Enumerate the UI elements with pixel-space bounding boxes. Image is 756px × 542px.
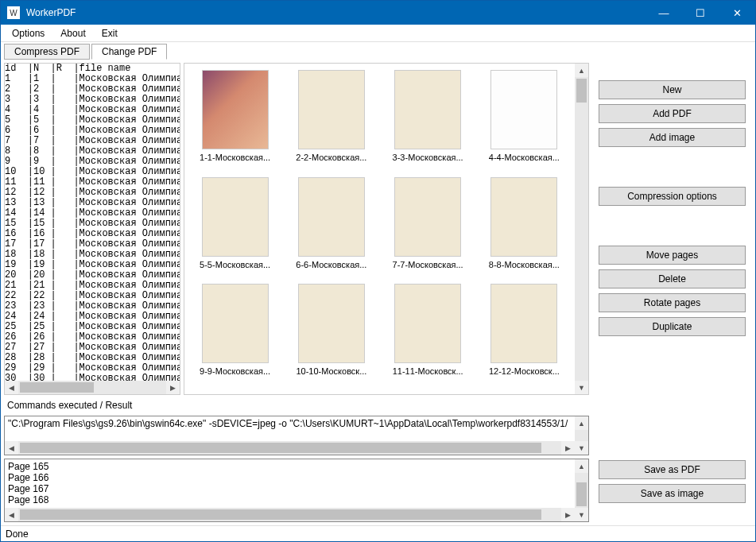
app-icon: W [7,6,20,19]
file-table[interactable]: id |N |R |file name 1 |1 | |Московская О… [5,64,180,381]
result-log-hscrollbar[interactable]: ◀ ▶ [5,508,575,521]
menubar: Options About Exit [1,25,755,42]
thumbnail-label: 5-5-Московская... [192,260,279,269]
thumbnail-label: 3-3-Московская... [384,153,471,162]
thumbnail-image[interactable] [202,70,269,149]
result-line: Page 167 [8,483,572,494]
result-log-text[interactable]: Page 165Page 166Page 167Page 168 [5,459,575,508]
command-log-vscrollbar[interactable]: ▲ ▼ [575,416,588,455]
thumbnail-label: 12-12-Московск... [480,366,568,376]
thumbnail-item[interactable]: 7-7-Московская... [382,177,474,281]
app-window: W WorkerPDF ― ☐ ✕ Options About Exit Com… [0,0,756,542]
thumbnail-item[interactable]: 3-3-Московская... [382,70,474,174]
thumbnail-image[interactable] [298,70,365,149]
scroll-up-icon[interactable]: ▲ [575,416,588,430]
save-as-pdf-button[interactable]: Save as PDF [599,460,746,479]
scroll-up-icon[interactable]: ▲ [575,64,588,77]
commands-label: Commands executed / Result [4,398,589,412]
thumbnail-image[interactable] [490,177,557,257]
thumbnail-label: 9-9-Московская... [192,366,279,376]
menu-about[interactable]: About [52,26,93,41]
tab-strip: Compress PDF Change PDF [1,42,755,60]
thumbnail-image[interactable] [202,177,269,257]
left-column: id |N |R |file name 1 |1 | |Московская О… [4,63,589,522]
result-line: Page 168 [8,494,572,505]
scroll-right-icon[interactable]: ▶ [561,441,575,455]
thumbnail-item[interactable]: 8-8-Московская... [479,177,570,281]
titlebar[interactable]: W WorkerPDF ― ☐ ✕ [1,1,755,25]
file-list-panel: id |N |R |file name 1 |1 | |Московская О… [4,63,180,395]
new-button[interactable]: New [599,80,746,99]
move-pages-button[interactable]: Move pages [599,246,746,265]
thumbnail-item[interactable]: 2-2-Московская... [285,70,377,174]
thumbnail-item[interactable]: 1-1-Московская... [189,70,281,174]
thumbnail-grid[interactable]: 1-1-Московская...2-2-Московская...3-3-Мо… [184,64,575,394]
rotate-pages-button[interactable]: Rotate pages [599,293,746,312]
scroll-left-icon[interactable]: ◀ [5,381,18,394]
result-line: Page 165 [8,461,572,472]
scroll-left-icon[interactable]: ◀ [5,508,18,521]
scroll-down-icon[interactable]: ▼ [575,508,588,521]
scroll-right-icon[interactable]: ▶ [561,508,575,521]
thumbnail-item[interactable]: 12-12-Московск... [479,284,570,388]
action-panel: New Add PDF Add image Compression option… [592,63,752,522]
status-bar: Done [1,525,755,541]
thumbnail-item[interactable]: 5-5-Московская... [189,177,281,281]
thumbnail-image[interactable] [298,284,365,363]
thumbnail-label: 8-8-Московская... [480,260,568,269]
save-as-image-button[interactable]: Save as image [599,484,746,503]
thumbnail-image[interactable] [394,284,461,363]
duplicate-button[interactable]: Duplicate [599,317,746,336]
menu-options[interactable]: Options [4,26,52,41]
thumbnail-label: 6-6-Московская... [288,260,375,269]
result-log-vscrollbar[interactable]: ▲ ▼ [575,459,588,521]
tab-compress-pdf[interactable]: Compress PDF [4,44,90,60]
add-pdf-button[interactable]: Add PDF [599,104,746,123]
delete-button[interactable]: Delete [599,269,746,288]
thumbnail-image[interactable] [490,284,557,363]
maximize-button[interactable]: ☐ [682,1,719,25]
thumbnail-item[interactable]: 11-11-Московск... [382,284,474,388]
thumbnail-image[interactable] [490,70,557,149]
thumbnail-item[interactable]: 9-9-Московская... [189,284,281,388]
window-controls: ― ☐ ✕ [646,1,755,25]
compression-options-button[interactable]: Compression options [599,187,746,206]
thumbnail-image[interactable] [394,70,461,149]
thumbnail-label: 1-1-Московская... [192,153,279,162]
add-image-button[interactable]: Add image [599,128,746,147]
window-title: WorkerPDF [26,7,646,18]
scroll-up-icon[interactable]: ▲ [575,459,588,473]
scroll-right-icon[interactable]: ▶ [166,381,180,394]
scroll-down-icon[interactable]: ▼ [575,381,588,394]
thumbnail-item[interactable]: 10-10-Московск... [285,284,377,388]
command-log: "C:\Program Files\gs\gs9.26\bin\gswin64c… [4,416,589,455]
thumbnail-item[interactable]: 4-4-Московская... [479,70,570,174]
thumbnail-image[interactable] [394,177,461,257]
file-list-hscrollbar[interactable]: ◀ ▶ [5,381,180,394]
upper-row: id |N |R |file name 1 |1 | |Московская О… [4,63,589,395]
command-log-text[interactable]: "C:\Program Files\gs\gs9.26\bin\gswin64c… [5,416,575,441]
thumbnail-image[interactable] [202,284,269,363]
thumbnail-label: 10-10-Московск... [288,366,375,376]
thumbnail-vscrollbar[interactable]: ▲ ▼ [575,64,588,394]
thumbnail-label: 11-11-Московск... [384,366,471,376]
scroll-down-icon[interactable]: ▼ [575,441,588,455]
thumbnail-label: 4-4-Московская... [480,153,568,162]
minimize-button[interactable]: ― [646,1,682,25]
thumbnail-item[interactable]: 6-6-Московская... [285,177,377,281]
tab-content: id |N |R |file name 1 |1 | |Московская О… [1,60,755,525]
menu-exit[interactable]: Exit [94,26,126,41]
tab-change-pdf[interactable]: Change PDF [91,44,167,60]
result-log: Page 165Page 166Page 167Page 168 ◀ ▶ ▲ ▼ [4,459,589,522]
result-line: Page 166 [8,472,572,483]
scroll-left-icon[interactable]: ◀ [5,441,18,455]
thumbnail-label: 2-2-Московская... [288,153,375,162]
thumbnail-image[interactable] [298,177,365,257]
close-button[interactable]: ✕ [719,1,755,25]
command-log-hscrollbar[interactable]: ◀ ▶ [5,441,575,455]
thumbnail-label: 7-7-Московская... [384,260,471,269]
thumbnail-panel: 1-1-Московская...2-2-Московская...3-3-Мо… [184,63,589,395]
